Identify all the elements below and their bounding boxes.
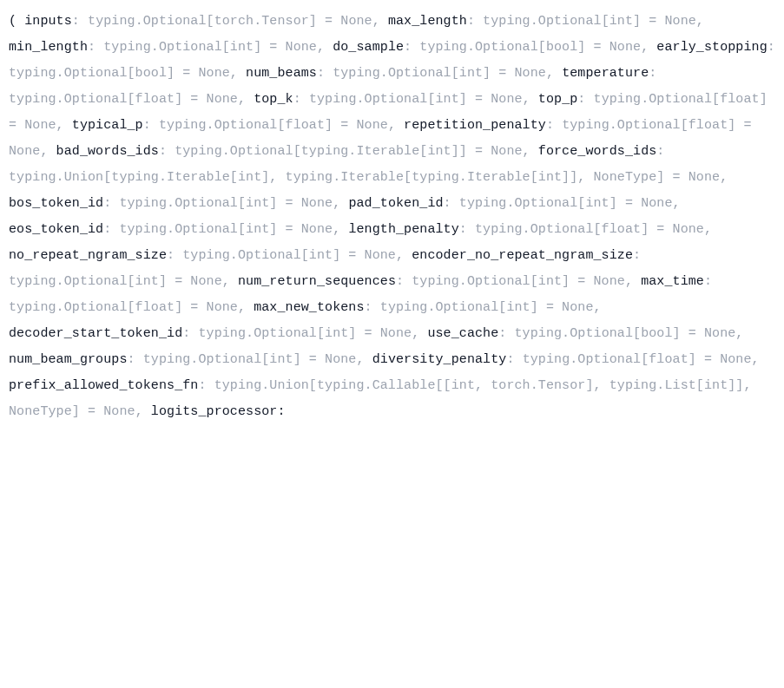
- param-name: force_words_ids: [538, 144, 657, 159]
- param-name: encoder_no_repeat_ngram_size: [412, 248, 633, 263]
- param-type: typing.Optional[int] = None: [412, 274, 625, 289]
- param-colon: :: [72, 14, 88, 29]
- param-type: typing.Optional[int] = None: [309, 92, 523, 107]
- param-colon: :: [444, 196, 459, 211]
- param-type: typing.Optional[typing.Iterable[int]] = …: [175, 144, 522, 159]
- param-name: min_length: [9, 40, 88, 55]
- param-colon: :: [649, 66, 656, 81]
- param-separator: ,: [388, 118, 404, 133]
- param-type: typing.Optional[int] = None: [198, 326, 412, 341]
- param-type: typing.Optional[float] = None: [475, 222, 704, 237]
- param-name: diversity_penalty: [372, 352, 507, 367]
- param-separator: ,: [333, 222, 348, 237]
- param-colon: :: [546, 118, 562, 133]
- param-colon: :: [396, 274, 412, 289]
- param-name: repetition_penalty: [404, 118, 546, 133]
- param-type: typing.Optional[bool] = None: [515, 326, 736, 341]
- param-name: max_time: [641, 274, 704, 289]
- param-name: no_repeat_ngram_size: [9, 248, 167, 263]
- param-colon: :: [704, 274, 712, 289]
- param-type: typing.Optional[bool] = None: [9, 66, 230, 81]
- param-type: typing.Optional[float] = None: [523, 352, 752, 367]
- param-name: temperature: [562, 66, 649, 81]
- param-type: typing.Optional[float] = None: [9, 92, 238, 107]
- param-colon: :: [404, 40, 419, 55]
- param-separator: ,: [356, 352, 372, 367]
- param-colon: :: [143, 118, 159, 133]
- param-type: typing.Optional[float] = None: [159, 118, 388, 133]
- param-name: num_beams: [246, 66, 317, 81]
- open-paren: (: [9, 14, 16, 29]
- params-container: inputs: typing.Optional[torch.Tensor] = …: [9, 14, 775, 419]
- param-separator: ,: [523, 144, 538, 159]
- param-type: typing.Optional[int] = None: [380, 300, 594, 315]
- param-colon: :: [577, 92, 593, 107]
- param-name: decoder_start_token_id: [9, 326, 182, 341]
- param-name: num_return_sequences: [238, 274, 396, 289]
- param-colon: :: [317, 66, 333, 81]
- param-colon: :: [88, 40, 103, 55]
- param-name: logits_processor: [151, 404, 278, 419]
- param-separator: ,: [396, 248, 412, 263]
- param-type: typing.Optional[int] = None: [119, 222, 333, 237]
- param-type: typing.Optional[int] = None: [119, 196, 333, 211]
- param-colon: :: [128, 352, 143, 367]
- param-type: typing.Optional[int] = None: [182, 248, 396, 263]
- param-type: typing.Optional[int] = None: [459, 196, 673, 211]
- param-type: typing.Optional[int] = None: [333, 66, 546, 81]
- param-name: max_new_tokens: [254, 300, 364, 315]
- param-separator: ,: [735, 326, 743, 341]
- param-separator: ,: [372, 14, 388, 29]
- param-separator: ,: [594, 300, 602, 315]
- param-colon: :: [103, 196, 119, 211]
- param-name: top_k: [254, 92, 293, 107]
- param-separator: ,: [696, 14, 704, 29]
- param-separator: ,: [641, 40, 656, 55]
- param-type: typing.Optional[float] = None: [9, 300, 238, 315]
- param-name: pad_token_id: [348, 196, 443, 211]
- param-colon: :: [198, 378, 214, 393]
- param-separator: ,: [317, 40, 333, 55]
- param-colon: :: [506, 352, 522, 367]
- param-name: bos_token_id: [9, 196, 103, 211]
- param-separator: ,: [40, 144, 56, 159]
- function-signature: ( inputs: typing.Optional[torch.Tensor] …: [9, 9, 775, 425]
- param-separator: ,: [135, 404, 151, 419]
- param-type: typing.Union[typing.Iterable[int], typin…: [9, 170, 720, 185]
- trailing-colon: :: [277, 404, 285, 419]
- param-type: typing.Optional[bool] = None: [419, 40, 641, 55]
- param-colon: :: [768, 40, 775, 55]
- param-type: typing.Optional[int] = None: [143, 352, 357, 367]
- param-separator: ,: [238, 300, 254, 315]
- param-colon: :: [365, 300, 380, 315]
- param-name: top_p: [538, 92, 578, 107]
- param-separator: ,: [625, 274, 641, 289]
- param-separator: ,: [222, 274, 238, 289]
- param-separator: ,: [412, 326, 427, 341]
- param-colon: :: [159, 144, 175, 159]
- param-colon: :: [293, 92, 309, 107]
- param-separator: ,: [546, 66, 562, 81]
- param-colon: :: [103, 222, 119, 237]
- param-separator: ,: [333, 196, 348, 211]
- param-name: eos_token_id: [9, 222, 103, 237]
- param-name: length_penalty: [348, 222, 458, 237]
- param-separator: ,: [704, 222, 712, 237]
- param-colon: :: [167, 248, 182, 263]
- param-separator: ,: [230, 66, 246, 81]
- param-name: typical_p: [72, 118, 143, 133]
- param-name: do_sample: [333, 40, 404, 55]
- param-colon: :: [656, 144, 664, 159]
- param-colon: :: [182, 326, 198, 341]
- param-type: typing.Optional[int] = None: [483, 14, 696, 29]
- param-name: use_cache: [427, 326, 498, 341]
- param-name: num_beam_groups: [9, 352, 128, 367]
- param-colon: :: [498, 326, 514, 341]
- param-separator: ,: [720, 170, 728, 185]
- param-separator: ,: [238, 92, 254, 107]
- param-name: prefix_allowed_tokens_fn: [9, 378, 198, 393]
- param-colon: :: [459, 222, 475, 237]
- param-separator: ,: [752, 352, 760, 367]
- param-colon: :: [633, 248, 641, 263]
- param-type: typing.Optional[int] = None: [103, 40, 317, 55]
